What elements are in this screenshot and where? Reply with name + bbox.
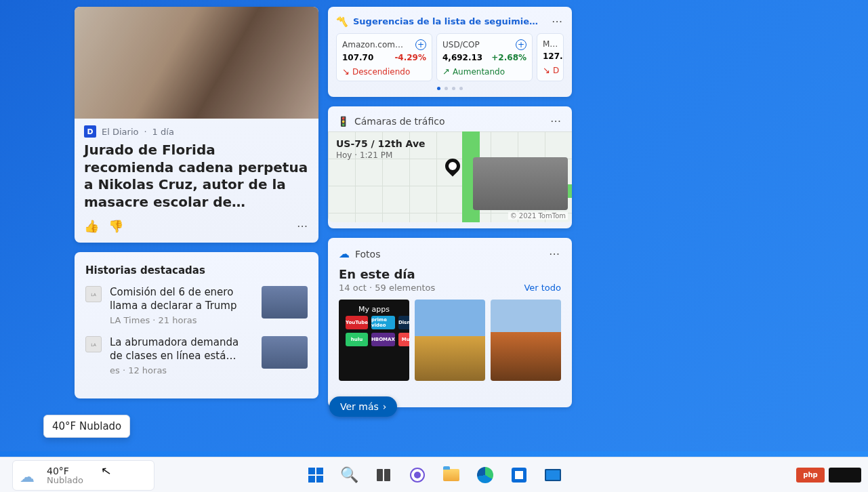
onedrive-icon: ☁ — [339, 247, 350, 260]
more-icon[interactable]: ⋯ — [297, 220, 309, 232]
app-tile: Disney+ — [398, 316, 409, 329]
source-name: El Diario — [102, 127, 138, 137]
cursor-icon: ↖ — [100, 463, 112, 478]
camera-thumbnail[interactable] — [473, 157, 568, 210]
start-button[interactable] — [301, 460, 331, 490]
news-card[interactable]: D El Diario · 1 día Jurado de Florida re… — [75, 7, 318, 243]
windows-logo-icon — [308, 468, 323, 483]
task-view-icon — [377, 469, 390, 481]
app-button[interactable] — [538, 460, 568, 490]
app-tile: hulu — [346, 333, 368, 346]
chat-button[interactable] — [402, 460, 432, 490]
system-tray[interactable]: php — [796, 457, 861, 492]
source-thumb: LA — [85, 336, 102, 352]
story-meta: LA Times · 21 horas — [110, 315, 253, 325]
cloud-icon: ☁ — [20, 468, 40, 483]
photos-subtitle: En este día — [339, 267, 561, 281]
photo-tile[interactable] — [415, 300, 485, 381]
search-icon: 🔍 — [340, 466, 358, 483]
folder-icon — [443, 469, 459, 481]
map-time: Hoy · 1:21 PM — [336, 150, 426, 160]
search-button[interactable]: 🔍 — [335, 460, 365, 490]
trending-icon: 〽️ — [336, 16, 348, 27]
app-tile: Music — [398, 333, 409, 346]
pager[interactable] — [336, 81, 564, 91]
photo-tile[interactable] — [491, 300, 561, 381]
story-meta: es · 12 horas — [110, 365, 253, 375]
dislike-icon[interactable]: 👎 — [108, 219, 123, 233]
news-source-row: D El Diario · 1 día — [75, 119, 318, 142]
edge-icon — [477, 467, 493, 483]
weather-tooltip: 40°F Nublado — [43, 415, 130, 438]
news-image — [75, 7, 318, 119]
photos-meta: 14 oct · 59 elementos — [339, 283, 435, 293]
top-stories-card: Historias destacadas LA Comisión del 6 d… — [75, 252, 318, 398]
taskbar-center: 🔍 — [301, 457, 568, 492]
chat-icon — [410, 468, 425, 483]
monitor-icon — [545, 469, 561, 481]
story-image — [262, 336, 308, 369]
app-tile: prime video — [371, 316, 395, 329]
store-button[interactable] — [504, 460, 534, 490]
add-icon[interactable]: + — [415, 39, 426, 50]
photos-title: Fotos — [355, 249, 543, 260]
taskbar: ☁ 40°F Nublado ↖ 🔍 php — [0, 457, 868, 492]
source-logo: D — [84, 125, 96, 138]
traffic-card[interactable]: 🚦 Cámaras de tráfico ⋯ US-75 / 12th Ave … — [328, 106, 572, 228]
more-icon[interactable]: ⋯ — [550, 115, 562, 127]
watchlist-card[interactable]: 〽️ Sugerencias de la lista de seguimie… … — [328, 7, 572, 97]
stories-heading: Historias destacadas — [85, 264, 308, 276]
traffic-light-icon: 🚦 — [337, 116, 349, 127]
widgets-panel: D El Diario · 1 día Jurado de Florida re… — [0, 0, 868, 451]
news-age: 1 día — [152, 127, 174, 137]
edge-button[interactable] — [470, 460, 500, 490]
app-tile: YouTube — [346, 316, 368, 329]
trend-down-icon: ↘ — [342, 66, 350, 77]
store-icon — [512, 468, 526, 483]
trend-up-icon: ↗ — [442, 66, 450, 77]
photo-tile[interactable]: My apps YouTubeprime videoDisney+YouTube… — [339, 300, 409, 381]
map[interactable]: US-75 / 12th Ave Hoy · 1:21 PM © 2021 To… — [328, 131, 572, 222]
see-more-button[interactable]: Ver más› — [329, 396, 397, 417]
ticker[interactable]: Meta 127.60 ↘D — [537, 33, 564, 81]
task-view-button[interactable] — [369, 460, 398, 490]
chevron-right-icon: › — [383, 401, 387, 412]
like-icon[interactable]: 👍 — [84, 219, 99, 233]
watchlist-title: Sugerencias de la lista de seguimie… — [353, 16, 546, 26]
more-icon[interactable]: ⋯ — [549, 247, 561, 260]
photos-card[interactable]: ☁ Fotos ⋯ En este día 14 oct · 59 elemen… — [328, 238, 572, 407]
ticker[interactable]: Amazon.com…+ 107.70-4.29% ↘Descendiendo — [336, 33, 432, 81]
add-icon[interactable]: + — [516, 39, 526, 50]
file-explorer-button[interactable] — [436, 460, 466, 490]
more-icon[interactable]: ⋯ — [552, 15, 564, 28]
app-tile: HBOMAX — [371, 333, 395, 346]
see-all-link[interactable]: Ver todo — [524, 283, 561, 293]
source-thumb: LA — [85, 286, 102, 302]
tray-item-php[interactable]: php — [796, 468, 825, 483]
news-headline: Jurado de Florida recomienda cadena perp… — [75, 142, 318, 211]
story-item[interactable]: LA Comisión del 6 de enero llama a decla… — [85, 286, 308, 325]
trend-down-icon: ↘ — [543, 65, 550, 75]
weather-widget-button[interactable]: ☁ 40°F Nublado ↖ — [12, 460, 154, 491]
apps-tile-title: My apps — [339, 305, 409, 314]
story-image — [262, 286, 308, 319]
tray-item[interactable] — [829, 468, 861, 483]
weather-cond: Nublado — [47, 475, 83, 485]
traffic-title: Cámaras de tráfico — [354, 116, 545, 127]
story-title: La abrumadora demanda de clases en línea… — [110, 336, 253, 363]
story-title: Comisión del 6 de enero llama a declarar… — [110, 286, 253, 312]
ticker[interactable]: USD/COP+ 4,692.13+2.68% ↗Aumentando — [436, 33, 533, 81]
map-location: US-75 / 12th Ave — [336, 138, 426, 149]
map-attribution: © 2021 TomTom — [508, 212, 568, 220]
story-item[interactable]: LA La abrumadora demanda de clases en lí… — [85, 336, 308, 375]
